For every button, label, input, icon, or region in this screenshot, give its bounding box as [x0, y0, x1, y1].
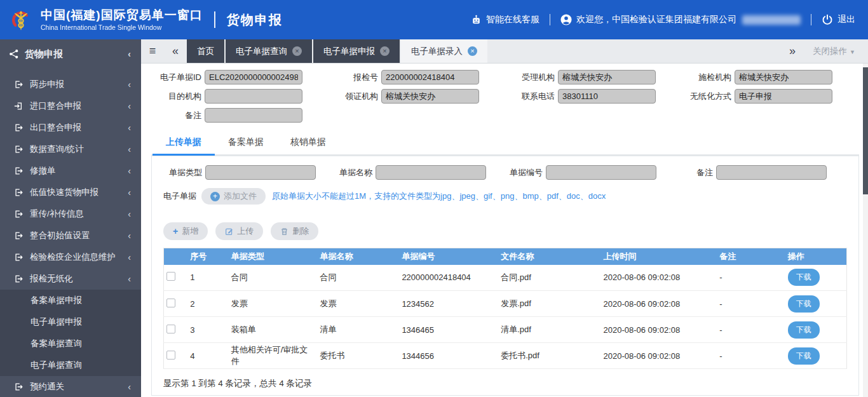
online-service-link[interactable]: 智能在线客服: [471, 14, 539, 25]
field-label: 联系电话: [505, 91, 558, 102]
e-doc-id-input[interactable]: [205, 70, 302, 84]
cell-seq: 2: [187, 291, 229, 317]
column-header-doc-type: 单据类型: [229, 248, 318, 265]
sidebar-item-data-query-stats[interactable]: 数据查询/统计 ‹: [0, 138, 141, 160]
sidebar-item-initial-value-settings[interactable]: 整合初始值设置 ‹: [0, 225, 141, 246]
sidebar-subitem-e-doc-query[interactable]: 电子单据查询: [0, 354, 141, 376]
attach-label: 电子单据: [163, 191, 196, 202]
sidebar-item-two-step-declaration[interactable]: 两步申报 ‹: [0, 74, 141, 95]
close-icon[interactable]: ×: [468, 46, 477, 56]
column-header-upload-time: 上传时间: [601, 248, 717, 265]
scroll-tabs-right-icon[interactable]: »: [781, 44, 804, 58]
sidebar-item-low-value-express-cargo[interactable]: 低值快速货物申报 ‹: [0, 182, 141, 203]
sidebar-item-amend-cancel[interactable]: 修撤单 ‹: [0, 160, 141, 182]
table-row: 3 装箱单 清单 1346465 清单.pdf 2020-08-06 09:02…: [164, 317, 847, 343]
sidebar-item-label: 进口整合申报: [30, 100, 81, 112]
download-button[interactable]: 下载: [788, 347, 820, 365]
header-divider: [214, 11, 215, 28]
sidebar-item-export-integrated-declaration[interactable]: 出口整合申报 ‹: [0, 117, 141, 138]
cell-upload-time: 2020-08-06 09:02:08: [601, 291, 717, 317]
field-inspecting-org: 施检机构: [681, 70, 858, 84]
paperless-mode-input[interactable]: [735, 89, 832, 104]
filter-doc-name: 单据名称: [334, 165, 504, 180]
cell-remark: -: [717, 317, 785, 343]
column-header-actions: 操作: [785, 248, 847, 265]
row-checkbox[interactable]: [166, 325, 175, 333]
sidebar-item-ciq-enterprise-info[interactable]: 检验检疫企业信息维护 ‹: [0, 246, 141, 268]
doc-type-input[interactable]: [205, 165, 316, 180]
sidebar-item-retransmit-info[interactable]: 重传/补传信息 ‹: [0, 203, 141, 225]
download-button[interactable]: 下载: [788, 295, 820, 313]
sidebar-subitem-record-doc-query[interactable]: 备案单据查询: [0, 333, 141, 354]
power-icon: [822, 14, 833, 25]
scroll-tabs-left-icon[interactable]: «: [164, 39, 187, 63]
logout-button[interactable]: 退出: [822, 14, 855, 25]
user-icon: [560, 14, 572, 25]
sidebar-item-label: 重传/补传信息: [30, 208, 84, 220]
tab-record-documents[interactable]: 备案单据: [215, 131, 277, 156]
doc-number-input[interactable]: [546, 165, 656, 180]
tab-label: 电子单据查询: [236, 46, 287, 57]
add-file-button[interactable]: + 添加文件: [201, 188, 266, 205]
tab-writeoff-documents[interactable]: 核销单据: [277, 131, 339, 156]
chevron-left-icon: ‹: [128, 101, 131, 111]
sidebar-item-paperless-inspection[interactable]: 报检无纸化 ‹: [0, 268, 141, 290]
download-button[interactable]: 下载: [788, 269, 820, 286]
inspection-no-input[interactable]: [381, 70, 479, 84]
cell-doc-type: 合同: [229, 265, 318, 291]
tab-label: 电子单据申报: [323, 46, 375, 57]
filter-remark-input[interactable]: [716, 165, 827, 180]
close-icon[interactable]: ×: [380, 46, 390, 56]
welcome-user: 欢迎您，中国检验认证集团福建有限公司: [560, 14, 801, 25]
sidebar-subitem-e-doc-declare[interactable]: 电子单据申报: [0, 311, 141, 333]
doc-name-input[interactable]: [376, 165, 486, 180]
field-label: 备注: [674, 167, 716, 178]
close-icon[interactable]: ×: [292, 46, 302, 56]
field-accepting-org: 受理机构: [505, 70, 681, 84]
tab-e-doc-entry[interactable]: 电子单据录入 ×: [401, 39, 487, 63]
sidebar-item-appointment-clearance[interactable]: 预约通关 ‹: [0, 376, 141, 397]
field-inspection-no: 报检号: [328, 70, 505, 84]
sidebar-subitem-label: 备案单据申报: [31, 295, 82, 306]
contact-phone-input[interactable]: [558, 89, 656, 104]
sidebar-root-label: 货物申报: [25, 48, 63, 60]
destination-org-input[interactable]: [205, 89, 302, 104]
cell-doc-name: 清单: [317, 317, 399, 343]
brand: 中国(福建)国际贸易单一窗口 China International Trade…: [8, 6, 203, 33]
delete-button[interactable]: 删除: [271, 222, 318, 240]
plus-circle-icon: +: [210, 192, 220, 201]
top-header: 中国(福建)国际贸易单一窗口 China International Trade…: [0, 0, 868, 39]
accepting-org-input[interactable]: [558, 70, 656, 84]
row-checkbox[interactable]: [166, 272, 175, 281]
cell-remark: -: [717, 343, 785, 369]
upload-button[interactable]: 上传: [215, 222, 263, 240]
inspecting-org-input[interactable]: [735, 70, 832, 84]
column-header-doc-name: 单据名称: [317, 248, 399, 265]
field-label: 领证机构: [328, 91, 381, 102]
sidebar-subitem-record-doc-declare[interactable]: 备案单据申报: [0, 290, 141, 311]
sidebar-item-import-integrated-declaration[interactable]: 进口整合申报 ‹: [0, 95, 141, 117]
row-checkbox[interactable]: [166, 351, 175, 360]
cert-org-input[interactable]: [381, 89, 479, 104]
sidebar-root-cargo-declaration[interactable]: 货物申报 ‹: [0, 39, 141, 69]
filter-form: 单据类型 单据名称 单据编号 备注: [163, 165, 847, 180]
download-button[interactable]: 下载: [788, 321, 820, 339]
scrollbar-thumb[interactable]: [863, 67, 868, 194]
row-checkbox[interactable]: [166, 299, 175, 307]
tab-home[interactable]: 首页: [187, 39, 224, 63]
remark-input[interactable]: [205, 108, 302, 123]
menu-toggle-icon[interactable]: ≡: [141, 39, 164, 63]
export-icon: [14, 123, 25, 132]
sidebar: 货物申报 ‹ 两步申报 ‹ 进口整合申报 ‹ 出口整合申报 ‹ 数据查询/统计: [0, 39, 141, 397]
tab-uploaded-documents[interactable]: 上传单据: [153, 131, 215, 156]
column-header-remark: 备注: [717, 248, 785, 265]
add-button[interactable]: + 新增: [163, 222, 208, 240]
tab-e-doc-declare[interactable]: 电子单据申报 ×: [313, 39, 400, 63]
field-paperless-mode: 无纸化方式: [681, 89, 858, 104]
page-title: 货物申报: [227, 11, 283, 29]
close-operations-dropdown[interactable]: 关闭操作▼: [804, 46, 868, 57]
brand-title: 中国(福建)国际贸易单一窗口: [41, 8, 203, 22]
cell-file-name: 委托书.pdf: [498, 343, 600, 369]
tab-e-doc-query[interactable]: 电子单据查询 ×: [226, 39, 312, 63]
robot-icon: [471, 15, 482, 25]
